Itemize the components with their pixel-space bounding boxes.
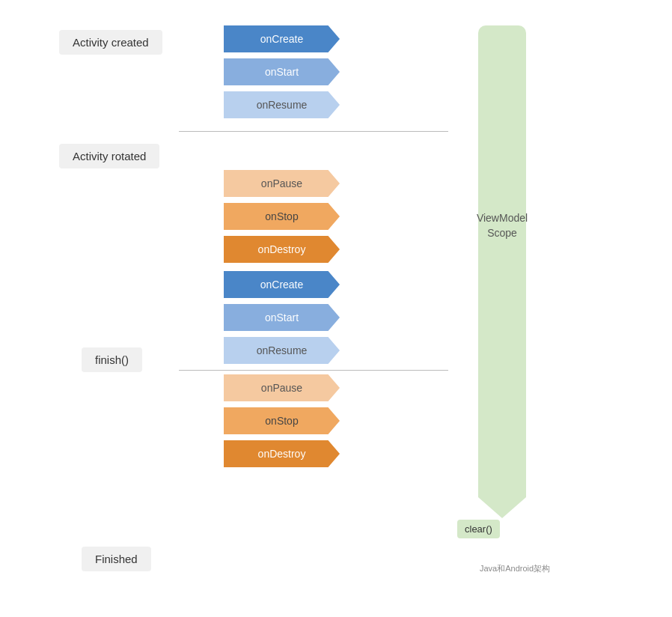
viewmodel-scope-label: ViewModel Scope (460, 211, 544, 240)
arrow-ondestroy-2: onDestroy (224, 440, 340, 467)
viewmodel-scope-tip (478, 497, 526, 518)
label-activity-rotated: Activity rotated (59, 144, 159, 168)
label-activity-created: Activity created (59, 30, 162, 55)
diagram-container: Activity created Activity rotated finish… (14, 9, 658, 608)
arrow-onstart-2: onStart (224, 304, 340, 331)
viewmodel-scope-bar (478, 25, 526, 497)
watermark: Java和Android架构 (477, 562, 553, 576)
arrow-onstop-1: onStop (224, 203, 340, 230)
clear-label: clear() (457, 520, 500, 538)
label-finished: Finished (82, 547, 151, 571)
arrow-onresume-1: onResume (224, 91, 340, 118)
arrow-onstop-2: onStop (224, 407, 340, 434)
arrow-oncreate-2: onCreate (224, 271, 340, 298)
arrow-oncreate-1: onCreate (224, 25, 340, 52)
arrow-onpause-1: onPause (224, 170, 340, 197)
label-finish: finish() (82, 347, 142, 372)
divider-2 (179, 370, 448, 371)
arrow-ondestroy-1: onDestroy (224, 236, 340, 263)
arrow-onresume-2: onResume (224, 337, 340, 364)
arrow-onpause-2: onPause (224, 374, 340, 401)
divider-1 (179, 131, 448, 132)
arrow-onstart-1: onStart (224, 58, 340, 85)
